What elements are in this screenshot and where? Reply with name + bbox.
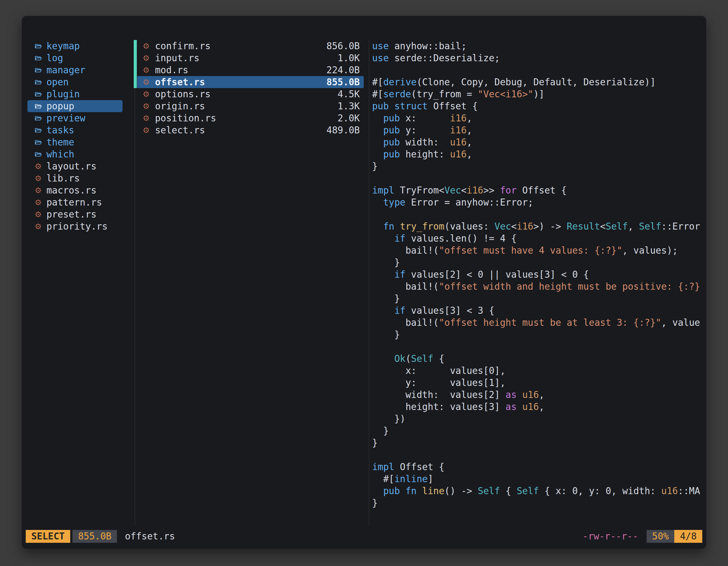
rust-file-icon — [143, 103, 152, 110]
file-row-position-rs[interactable]: position.rs2.0K — [137, 112, 364, 124]
file-row-confirm-rs[interactable]: confirm.rs856.0B — [137, 40, 364, 52]
dir-label: log — [46, 52, 63, 64]
file-size: 224.0B — [327, 64, 360, 76]
rust-file-icon — [35, 175, 44, 182]
code-line: bail!("offset must have 4 values: {:?}",… — [372, 245, 702, 257]
code-line: if values.len() != 4 { — [372, 233, 702, 245]
file-label: macros.rs — [46, 184, 97, 196]
file-permissions: -rw-r--r-- — [583, 530, 638, 543]
file-name: options.rs — [155, 88, 211, 100]
file-label: pattern.rs — [46, 196, 102, 208]
open-folder-icon — [35, 55, 44, 61]
file-size-badge: 855.0B — [72, 530, 117, 543]
pane-divider — [369, 40, 369, 526]
code-line: #[derive(Clone, Copy, Debug, Default, De… — [372, 76, 702, 88]
code-line: pub height: u16, — [372, 148, 702, 160]
rust-file-icon — [35, 211, 44, 218]
code-line: pub fn line() -> Self { Self { x: 0, y: … — [372, 485, 702, 497]
file-label: lib.rs — [46, 172, 80, 184]
file-size: 855.0B — [327, 76, 360, 88]
scroll-percent-badge: 50% — [647, 530, 675, 543]
status-filename: offset.rs — [125, 530, 175, 543]
file-row-input-rs[interactable]: input.rs1.0K — [137, 52, 364, 64]
code-line: } — [372, 257, 702, 269]
sidebar-dir-log[interactable]: log — [27, 52, 123, 64]
code-line: width: values[2] as u16, — [372, 389, 702, 401]
code-line: pub y: i16, — [372, 124, 702, 136]
code-line: bail!("offset width and height must be p… — [372, 281, 702, 292]
file-size: 4.5K — [338, 88, 360, 100]
dir-label: preview — [46, 112, 85, 124]
open-folder-icon — [35, 91, 44, 97]
open-folder-icon — [35, 79, 44, 85]
sidebar-file-lib-rs[interactable]: lib.rs — [27, 172, 123, 184]
open-folder-icon — [35, 104, 44, 109]
sidebar-dir-manager[interactable]: manager — [27, 64, 123, 76]
rust-file-icon — [143, 67, 152, 74]
code-line: } — [372, 292, 702, 304]
file-name: offset.rs — [155, 76, 205, 88]
file-size: 1.3K — [338, 100, 360, 112]
rust-file-icon — [143, 127, 152, 134]
code-line: height: values[3] as u16, — [372, 401, 702, 413]
file-name: input.rs — [155, 52, 199, 64]
sidebar-dir-tasks[interactable]: tasks — [27, 124, 123, 136]
code-line: pub x: i16, — [372, 112, 702, 124]
dir-label: popup — [46, 100, 74, 112]
code-line: #[serde(try_from = "Vec<i16>")] — [372, 88, 702, 100]
code-line: use serde::Deserialize; — [372, 52, 702, 64]
code-line: Ok(Self { — [372, 353, 702, 365]
code-line: }) — [372, 413, 702, 425]
open-folder-icon — [35, 128, 44, 133]
code-line: } — [372, 160, 702, 172]
dir-label: open — [46, 76, 69, 88]
sidebar-dir-theme[interactable]: theme — [27, 136, 123, 148]
parent-directory-pane[interactable]: keymaplogmanageropenpluginpopuppreviewta… — [27, 40, 123, 233]
file-row-select-rs[interactable]: select.rs489.0B — [137, 124, 364, 136]
code-line: impl TryFrom<Vec<i16>> for Offset { — [372, 184, 702, 196]
file-name: position.rs — [155, 112, 216, 124]
mode-badge: SELECT — [26, 530, 70, 543]
file-label: preset.rs — [46, 208, 97, 220]
sidebar-file-pattern-rs[interactable]: pattern.rs — [27, 196, 123, 208]
file-row-offset-rs[interactable]: offset.rs855.0B — [137, 76, 364, 88]
code-line: y: values[1], — [372, 377, 702, 389]
dir-label: keymap — [46, 40, 80, 52]
open-folder-icon — [35, 140, 44, 145]
open-folder-icon — [35, 116, 44, 121]
marked-indicator — [134, 52, 137, 64]
sidebar-dir-plugin[interactable]: plugin — [27, 88, 123, 100]
file-size: 489.0B — [327, 124, 360, 136]
current-directory-pane[interactable]: confirm.rs856.0Binput.rs1.0Kmod.rs224.0B… — [137, 40, 364, 136]
open-folder-icon — [35, 43, 44, 49]
sidebar-file-layout-rs[interactable]: layout.rs — [27, 160, 123, 172]
dir-label: theme — [46, 136, 74, 148]
rust-file-icon — [35, 223, 44, 230]
code-line: } — [372, 425, 702, 437]
file-preview-pane[interactable]: use anyhow::bail;use serde::Deserialize;… — [372, 40, 702, 515]
dir-label: manager — [46, 64, 85, 76]
sidebar-dir-preview[interactable]: preview — [27, 112, 123, 124]
code-line: pub struct Offset { — [372, 100, 702, 112]
sidebar-dir-keymap[interactable]: keymap — [27, 40, 123, 52]
sidebar-file-macros-rs[interactable]: macros.rs — [27, 184, 123, 196]
code-line: bail!("offset height must be at least 3:… — [372, 316, 702, 328]
sidebar-dir-popup[interactable]: popup — [27, 100, 123, 112]
sidebar-dir-open[interactable]: open — [27, 76, 123, 88]
code-line: type Error = anyhow::Error; — [372, 196, 702, 208]
rust-file-icon — [143, 79, 152, 86]
file-name: origin.rs — [155, 100, 205, 112]
sidebar-dir-which[interactable]: which — [27, 148, 123, 160]
code-line — [372, 208, 702, 220]
file-row-options-rs[interactable]: options.rs4.5K — [137, 88, 364, 100]
sidebar-file-preset-rs[interactable]: preset.rs — [27, 208, 123, 220]
code-line: use anyhow::bail; — [372, 40, 702, 52]
file-row-mod-rs[interactable]: mod.rs224.0B — [137, 64, 364, 76]
file-size: 2.0K — [338, 112, 360, 124]
sidebar-file-priority-rs[interactable]: priority.rs — [27, 220, 123, 233]
code-line: #[inline] — [372, 473, 702, 485]
file-row-origin-rs[interactable]: origin.rs1.3K — [137, 100, 364, 112]
rust-file-icon — [35, 199, 44, 206]
cursor-position-badge: 4/8 — [674, 530, 702, 543]
file-size: 856.0B — [327, 40, 360, 52]
